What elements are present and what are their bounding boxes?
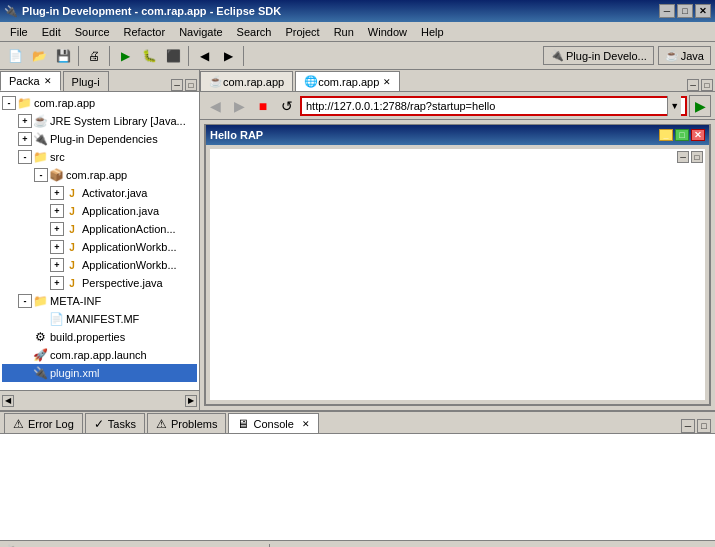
- tree-item-build[interactable]: ⚙ build.properties: [2, 328, 197, 346]
- expand-activator[interactable]: +: [50, 186, 64, 200]
- tree-item-src-pkg[interactable]: - 📦 com.rap.app: [2, 166, 197, 184]
- tab2-close[interactable]: ✕: [383, 77, 391, 87]
- expand-jre[interactable]: +: [18, 114, 32, 128]
- title-bar: 🔌 Plug-in Development - com.rap.app - Ec…: [0, 0, 715, 22]
- tab-problems[interactable]: ⚠ Problems: [147, 413, 226, 433]
- appworkb1-label: ApplicationWorkb...: [82, 241, 177, 253]
- expand-plugin-dep[interactable]: +: [18, 132, 32, 146]
- menu-help[interactable]: Help: [415, 24, 450, 40]
- tab-com-rap-app-1[interactable]: ☕ com.rap.app: [200, 71, 293, 91]
- save-button[interactable]: 💾: [52, 45, 74, 67]
- package-tab-close[interactable]: ✕: [44, 76, 52, 86]
- toolbar-sep-2: [109, 46, 110, 66]
- bottom-maximize-button[interactable]: □: [697, 419, 711, 433]
- expand-metainf[interactable]: -: [18, 294, 32, 308]
- expand-appworkb1[interactable]: +: [50, 240, 64, 254]
- tree-item-application[interactable]: + J Application.java: [2, 202, 197, 220]
- bottom-minimize-button[interactable]: ─: [681, 419, 695, 433]
- menu-file[interactable]: File: [4, 24, 34, 40]
- hello-maximize-button[interactable]: □: [675, 129, 689, 141]
- tree-item-appworkb2[interactable]: + J ApplicationWorkb...: [2, 256, 197, 274]
- plugin-devel-icon: 🔌: [550, 49, 564, 62]
- expand-application[interactable]: +: [50, 204, 64, 218]
- console-close[interactable]: ✕: [302, 419, 310, 429]
- toolbar-sep-1: [78, 46, 79, 66]
- menu-project[interactable]: Project: [279, 24, 325, 40]
- run-button[interactable]: ▶: [114, 45, 136, 67]
- tab-console[interactable]: 🖥 Console ✕: [228, 413, 318, 433]
- error-log-label: Error Log: [28, 418, 74, 430]
- back-nav-button[interactable]: ◀: [204, 95, 226, 117]
- tab-error-log[interactable]: ⚠ Error Log: [4, 413, 83, 433]
- panel-maximize-button[interactable]: □: [185, 79, 197, 91]
- launch-icon: 🚀: [32, 347, 48, 363]
- menu-refactor[interactable]: Refactor: [118, 24, 172, 40]
- tree-item-metainf[interactable]: - 📁 META-INF: [2, 292, 197, 310]
- tree-item-root[interactable]: - 📁 com.rap.app: [2, 94, 197, 112]
- tab2-label: com.rap.app: [318, 76, 379, 88]
- url-input[interactable]: [306, 100, 667, 112]
- tree-item-plugin-xml[interactable]: 🔌 plugin.xml: [2, 364, 197, 382]
- inner-maximize-button[interactable]: □: [691, 151, 703, 163]
- right-panel-maximize[interactable]: □: [701, 79, 713, 91]
- hello-close-button[interactable]: ✕: [691, 129, 705, 141]
- tab-com-rap-app-browser[interactable]: 🌐 com.rap.app ✕: [295, 71, 400, 91]
- expand-perspective[interactable]: +: [50, 276, 64, 290]
- scroll-left-button[interactable]: ◀: [2, 395, 14, 407]
- right-panel-minimize[interactable]: ─: [687, 79, 699, 91]
- manifest-label: MANIFEST.MF: [66, 313, 139, 325]
- tab-plugin-explorer[interactable]: Plug-i: [63, 71, 109, 91]
- tasks-label: Tasks: [108, 418, 136, 430]
- menu-window[interactable]: Window: [362, 24, 413, 40]
- forward-nav-button[interactable]: ▶: [228, 95, 250, 117]
- tree-item-launch[interactable]: 🚀 com.rap.app.launch: [2, 346, 197, 364]
- maximize-button[interactable]: □: [677, 4, 693, 18]
- expand-appworkb2[interactable]: +: [50, 258, 64, 272]
- menu-navigate[interactable]: Navigate: [173, 24, 228, 40]
- title-icon: 🔌: [4, 5, 18, 18]
- expand-src-pkg[interactable]: -: [34, 168, 48, 182]
- scroll-right-button[interactable]: ▶: [185, 395, 197, 407]
- jre-label: JRE System Library [Java...: [50, 115, 186, 127]
- tree-item-plugin-dep[interactable]: + 🔌 Plug-in Dependencies: [2, 130, 197, 148]
- panel-minimize-button[interactable]: ─: [171, 79, 183, 91]
- close-button[interactable]: ✕: [695, 4, 711, 18]
- tree-item-jre[interactable]: + ☕ JRE System Library [Java...: [2, 112, 197, 130]
- url-dropdown[interactable]: ▼: [667, 96, 681, 116]
- back-button[interactable]: ◀: [193, 45, 215, 67]
- print-button[interactable]: 🖨: [83, 45, 105, 67]
- forward-button[interactable]: ▶: [217, 45, 239, 67]
- tab-package-explorer[interactable]: Packa ✕: [0, 71, 61, 91]
- minimize-button[interactable]: ─: [659, 4, 675, 18]
- expand-src[interactable]: -: [18, 150, 32, 164]
- tree-item-appaction[interactable]: + J ApplicationAction...: [2, 220, 197, 238]
- inner-minimize-button[interactable]: ─: [677, 151, 689, 163]
- go-button[interactable]: ▶: [689, 95, 711, 117]
- menu-search[interactable]: Search: [231, 24, 278, 40]
- plugin-devel-perspective[interactable]: 🔌 Plug-in Develo...: [543, 46, 654, 65]
- new-button[interactable]: 📄: [4, 45, 26, 67]
- java-file-icon2: J: [64, 203, 80, 219]
- refresh-nav-button[interactable]: ↺: [276, 95, 298, 117]
- open-button[interactable]: 📂: [28, 45, 50, 67]
- expand-appaction[interactable]: +: [50, 222, 64, 236]
- tree-item-src[interactable]: - 📁 src: [2, 148, 197, 166]
- debug-button[interactable]: 🐛: [138, 45, 160, 67]
- status-bar: 🔌 plugin.xml - com.rap.app [RAP_Applicat…: [0, 540, 715, 547]
- left-panel-tabs: Packa ✕ Plug-i ─ □: [0, 70, 199, 92]
- stop-button[interactable]: ⬛: [162, 45, 184, 67]
- hello-minimize-button[interactable]: _: [659, 129, 673, 141]
- tree-item-manifest[interactable]: 📄 MANIFEST.MF: [2, 310, 197, 328]
- tree-item-perspective[interactable]: + J Perspective.java: [2, 274, 197, 292]
- bottom-panel-tabs: ⚠ Error Log ✓ Tasks ⚠ Problems 🖥 Console…: [0, 412, 715, 434]
- expand-root[interactable]: -: [2, 96, 16, 110]
- menu-source[interactable]: Source: [69, 24, 116, 40]
- src-label: src: [50, 151, 65, 163]
- tree-item-appworkb1[interactable]: + J ApplicationWorkb...: [2, 238, 197, 256]
- menu-run[interactable]: Run: [328, 24, 360, 40]
- stop-nav-button[interactable]: ■: [252, 95, 274, 117]
- tree-item-activator[interactable]: + J Activator.java: [2, 184, 197, 202]
- java-perspective[interactable]: ☕ Java: [658, 46, 711, 65]
- menu-edit[interactable]: Edit: [36, 24, 67, 40]
- tab-tasks[interactable]: ✓ Tasks: [85, 413, 145, 433]
